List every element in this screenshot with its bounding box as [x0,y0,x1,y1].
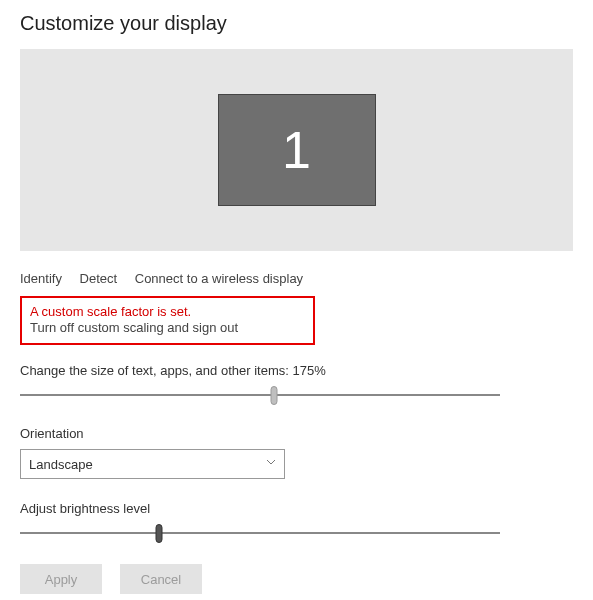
scale-slider-thumb[interactable] [271,386,278,405]
scale-warning-text: A custom scale factor is set. [30,304,305,319]
monitor-number: 1 [282,120,311,180]
identify-link[interactable]: Identify [20,271,62,286]
chevron-down-icon [266,459,276,469]
brightness-slider-track [20,532,500,534]
scale-warning-box: A custom scale factor is set. Turn off c… [20,296,315,345]
turn-off-scaling-link[interactable]: Turn off custom scaling and sign out [30,320,305,335]
scale-section: Change the size of text, apps, and other… [20,363,573,404]
display-preview: 1 [20,49,573,251]
orientation-label: Orientation [20,426,573,441]
brightness-label: Adjust brightness level [20,501,573,516]
apply-button[interactable]: Apply [20,564,102,594]
page-title: Customize your display [20,12,573,35]
orientation-section: Orientation Landscape [20,426,573,479]
scale-slider-track [20,394,500,396]
orientation-select[interactable]: Landscape [20,449,285,479]
brightness-slider-thumb[interactable] [156,524,163,543]
cancel-button[interactable]: Cancel [120,564,202,594]
button-row: Apply Cancel [20,564,573,594]
detect-link[interactable]: Detect [80,271,118,286]
brightness-section: Adjust brightness level [20,501,573,542]
display-links-row: Identify Detect Connect to a wireless di… [20,271,573,286]
connect-wireless-link[interactable]: Connect to a wireless display [135,271,303,286]
monitor-tile[interactable]: 1 [218,94,376,206]
scale-slider[interactable] [20,386,500,404]
brightness-slider[interactable] [20,524,500,542]
orientation-value: Landscape [29,457,93,472]
scale-label: Change the size of text, apps, and other… [20,363,573,378]
